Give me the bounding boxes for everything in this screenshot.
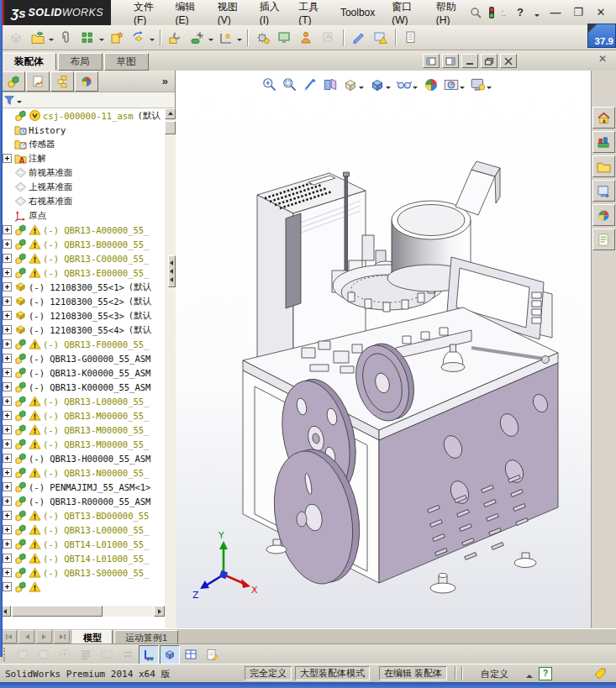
pane-right-button[interactable] xyxy=(442,54,459,68)
tree-item[interactable]: (-) QBR13-R00000_55_ASM xyxy=(0,494,165,508)
expand-toggle-icon[interactable] xyxy=(3,439,12,449)
vcr-prev-button[interactable] xyxy=(18,630,34,643)
displaymanager-button[interactable] xyxy=(75,71,98,92)
customize-arrow-icon[interactable] xyxy=(526,671,533,678)
tree-item[interactable]: (-) QBR13-C00000_55_ xyxy=(0,251,165,265)
hide-show-items-button[interactable] xyxy=(394,75,421,95)
expand-toggle-icon[interactable] xyxy=(3,496,12,506)
vcr-first-button[interactable] xyxy=(1,630,17,643)
move-component-dropdown-icon[interactable] xyxy=(150,39,155,44)
tree-item[interactable]: (-) QBR13-L00000_55_ xyxy=(0,523,165,537)
panel-more-button[interactable]: » xyxy=(162,75,173,87)
vcr-next-button[interactable] xyxy=(36,630,52,643)
tree-item[interactable]: (-) QBT14-L01000_55_ xyxy=(0,551,165,565)
view-palette-button[interactable] xyxy=(592,180,615,202)
expand-toggle-icon[interactable] xyxy=(3,339,12,349)
instant3d-button[interactable] xyxy=(296,27,318,49)
doc-minimize-button[interactable] xyxy=(461,54,478,68)
tree-item[interactable]: (-) 12108300_55<2> (默认 xyxy=(0,294,165,308)
explode-line-sketch-button[interactable] xyxy=(348,27,370,49)
design-binder-button[interactable] xyxy=(202,645,222,664)
tree-item[interactable]: (-) QBR13-H00000_55_ASM xyxy=(0,451,165,465)
display-style-dropdown-icon[interactable] xyxy=(386,87,391,92)
menu-item-Toolbox[interactable]: Toolbox xyxy=(333,3,382,22)
expand-toggle-icon[interactable] xyxy=(3,225,12,234)
expand-toggle-icon[interactable] xyxy=(3,282,12,291)
help-dropdown-icon[interactable] xyxy=(534,14,540,19)
customize-button[interactable]: 自定义 xyxy=(481,668,508,680)
interference-detection-button[interactable] xyxy=(370,27,392,49)
tab-装配体[interactable]: 装配体 xyxy=(2,53,56,71)
expand-toggle-icon[interactable] xyxy=(3,397,12,406)
linear-component-pattern-button[interactable] xyxy=(77,27,99,49)
tree-item[interactable]: 上视基准面 xyxy=(0,180,165,194)
file-explorer-button[interactable] xyxy=(592,155,615,177)
tree-horizontal-scrollbar[interactable] xyxy=(0,606,165,617)
doc-restore-button[interactable] xyxy=(481,54,498,68)
expand-toggle-icon[interactable] xyxy=(3,297,12,306)
vertical-scroll-thumb[interactable] xyxy=(165,121,176,134)
tree-item[interactable]: (-) QBR13-M00000_55_ xyxy=(0,423,165,437)
tab-草图[interactable]: 草图 xyxy=(104,53,149,71)
close-button[interactable]: ✕ xyxy=(592,5,609,20)
edit-appearance-button[interactable] xyxy=(421,75,441,95)
previous-view-button[interactable] xyxy=(300,75,320,95)
expand-toggle-icon[interactable] xyxy=(3,239,12,249)
tree-item[interactable]: (-) QBR13-S00000_55_ xyxy=(0,565,165,580)
reference-geometry-button[interactable] xyxy=(187,27,208,49)
filter-dropdown-icon[interactable] xyxy=(17,101,22,106)
filter-funnel-icon[interactable] xyxy=(3,94,15,106)
configurationmanager-button[interactable] xyxy=(50,71,74,92)
view-orientation-dropdown-icon[interactable] xyxy=(359,87,364,92)
featuremanager-design-tree-button[interactable] xyxy=(2,71,25,92)
tree-item[interactable]: (-) 12108300_55<4> (默认 xyxy=(0,323,165,337)
assembly-features-button[interactable] xyxy=(165,27,187,49)
grid-table-view-button[interactable] xyxy=(181,645,201,664)
linear-component-pattern-dropdown-icon[interactable] xyxy=(99,39,104,44)
tree-item[interactable]: (-) QBR13-M00000_55_ xyxy=(0,408,165,423)
section-view-button[interactable] xyxy=(320,75,340,95)
vcr-last-button[interactable] xyxy=(54,630,70,643)
tree-item[interactable]: (-) QBR13-A00000_55_ xyxy=(0,223,165,237)
expand-toggle-icon[interactable] xyxy=(3,582,12,591)
scroll-right-button[interactable] xyxy=(154,606,165,617)
tree-item[interactable] xyxy=(0,580,165,594)
tree-item[interactable]: (-) QBT14-L01000_55_ xyxy=(0,537,165,551)
scroll-up-button[interactable] xyxy=(165,108,176,119)
insert-components-dropdown-icon[interactable] xyxy=(49,39,54,44)
expand-toggle-icon[interactable] xyxy=(3,325,12,334)
taskpane-close-icon[interactable]: ✕ xyxy=(596,53,609,66)
maximize-button[interactable]: ❐ xyxy=(570,5,587,20)
tree-item[interactable]: (-) QBR13-G00000_55_ASM xyxy=(0,351,165,365)
tree-item[interactable]: (-) 12108300_55<3> (默认 xyxy=(0,308,165,323)
expand-toggle-icon[interactable] xyxy=(3,468,12,477)
shaded-display-toggle-button[interactable] xyxy=(160,645,180,664)
tree-item[interactable]: 右视基准面 xyxy=(0,194,165,208)
expand-toggle-icon[interactable] xyxy=(3,554,12,563)
tree-item[interactable]: (-) 12108300_55<1> (默认 xyxy=(0,280,165,294)
tree-item[interactable]: History xyxy=(0,123,165,137)
display-style-button[interactable] xyxy=(367,75,394,95)
panel-splitter-handle[interactable] xyxy=(168,255,176,287)
assembly-visualization-button[interactable] xyxy=(274,27,296,49)
tree-item[interactable]: (-) QBR13-N00000_55_ xyxy=(0,465,165,480)
statusbar-help-button[interactable]: ? xyxy=(539,667,552,680)
tree-item[interactable]: 注解 xyxy=(0,151,165,165)
expand-toggle-icon[interactable] xyxy=(3,154,12,163)
tree-vertical-scrollbar[interactable] xyxy=(165,108,176,650)
expand-toggle-icon[interactable] xyxy=(3,268,12,277)
tab-模型[interactable]: 模型 xyxy=(72,630,113,644)
expand-toggle-icon[interactable] xyxy=(3,482,12,491)
expand-toggle-icon[interactable] xyxy=(3,354,12,363)
graphics-area[interactable]: Y X Z xyxy=(176,71,591,628)
tree-item[interactable]: (-) QBR13-K00000_55_ASM xyxy=(0,380,165,394)
expand-toggle-icon[interactable] xyxy=(3,454,12,463)
expand-toggle-icon[interactable] xyxy=(3,311,12,320)
new-motion-study-button[interactable] xyxy=(215,27,237,49)
insert-components-button[interactable] xyxy=(27,27,49,49)
expand-toggle-icon[interactable] xyxy=(3,368,12,377)
doc-close-button[interactable] xyxy=(500,54,517,68)
model-3d-view[interactable]: Y X Z xyxy=(176,71,591,628)
tag-icon[interactable] xyxy=(593,667,607,680)
hide-show-items-dropdown-icon[interactable] xyxy=(413,87,418,92)
